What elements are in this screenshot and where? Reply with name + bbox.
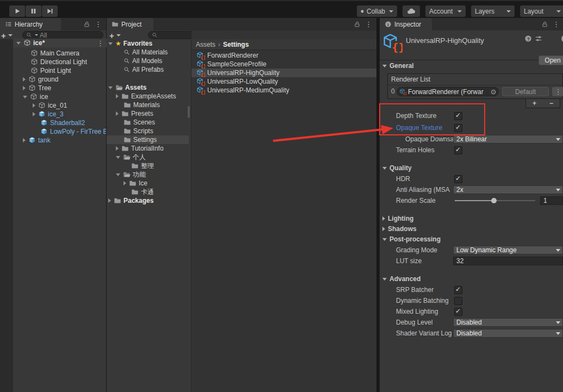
lut-size-field[interactable]: 32 <box>453 257 563 265</box>
foldout-open-icon[interactable] <box>116 173 120 176</box>
dynamic-batching-checkbox[interactable] <box>454 297 462 305</box>
renderer-object-field[interactable]: ForwardRenderer (Forwar <box>397 87 499 96</box>
play-button[interactable] <box>9 5 25 17</box>
kebab-menu-icon[interactable] <box>553 20 560 28</box>
debug-level-dropdown[interactable]: Disabled <box>453 318 563 327</box>
hierarchy-item[interactable]: LowPoly - FirTree B <box>40 127 106 136</box>
foldout-open-icon[interactable] <box>23 96 27 98</box>
tree-folder[interactable]: Ice <box>123 179 189 188</box>
tree-assets-root[interactable]: Assets <box>108 83 189 92</box>
terrain-holes-checkbox[interactable] <box>454 146 462 154</box>
tree-all-prefabs[interactable]: All Prefabs <box>123 65 189 74</box>
presets-sliders-icon[interactable] <box>535 35 542 42</box>
lock-icon[interactable] <box>354 21 361 28</box>
tree-folder[interactable]: 个人 <box>116 153 189 161</box>
cloud-button[interactable] <box>403 5 420 17</box>
foldout-closed-icon[interactable] <box>33 103 35 108</box>
add-element-button[interactable]: + <box>533 99 536 107</box>
layers-dropdown[interactable]: Layers <box>471 5 515 17</box>
asset-file-selected[interactable]: UniversalRP-HighQuality <box>197 69 374 77</box>
srp-batcher-checkbox[interactable] <box>454 286 462 294</box>
foldout-closed-icon[interactable] <box>23 138 26 142</box>
grading-mode-dropdown[interactable]: Low Dynamic Range <box>453 246 563 254</box>
section-advanced[interactable]: Advanced <box>382 275 420 283</box>
remove-element-button[interactable]: − <box>549 99 553 107</box>
foldout-closed-icon[interactable] <box>116 111 119 116</box>
hierarchy-item[interactable]: Point Light <box>30 66 106 75</box>
kebab-menu-icon[interactable] <box>95 20 102 28</box>
mixed-lighting-checkbox[interactable] <box>454 308 462 316</box>
section-quality[interactable]: Quality <box>382 164 412 172</box>
tab-project[interactable]: Project <box>107 18 153 30</box>
foldout-closed-icon[interactable] <box>108 198 111 203</box>
tree-folder-settings[interactable]: Settings <box>123 135 189 144</box>
breadcrumb-current[interactable]: Settings <box>223 41 249 48</box>
hierarchy-item[interactable]: ground <box>23 75 106 84</box>
foldout-open-icon[interactable] <box>16 42 21 45</box>
hierarchy-item[interactable]: ice_01 <box>33 101 106 110</box>
hierarchy-item[interactable]: Directional Light <box>30 58 106 66</box>
hierarchy-item[interactable]: Shaderball2 <box>40 119 106 127</box>
foldout-closed-icon[interactable] <box>116 94 119 98</box>
tab-inspector[interactable]: Inspector <box>380 18 432 30</box>
shader-variant-log-dropdown[interactable]: Disabled <box>453 329 563 338</box>
asset-file[interactable]: ForwardRenderer <box>197 51 374 60</box>
open-button[interactable]: Open <box>539 55 563 65</box>
opaque-downsampling-dropdown[interactable]: 2x Bilinear <box>453 135 563 144</box>
foldout-open-icon[interactable] <box>108 42 113 45</box>
collab-button[interactable]: Collab <box>357 5 397 17</box>
kebab-menu-icon[interactable] <box>365 20 372 28</box>
foldout-closed-icon[interactable] <box>23 86 26 90</box>
tree-packages-root[interactable]: Packages <box>108 196 189 205</box>
tree-folder[interactable]: 卡通 <box>131 188 189 196</box>
foldout-open-icon[interactable] <box>116 156 120 159</box>
asset-file[interactable]: UniversalRP-MediumQuality <box>197 86 374 95</box>
tree-folder[interactable]: Scenes <box>123 118 189 127</box>
asset-file[interactable]: SampleSceneProfile <box>197 60 374 69</box>
tab-hierarchy[interactable]: Hierarchy <box>0 18 61 30</box>
lock-icon[interactable] <box>541 21 548 28</box>
hierarchy-item[interactable]: ice_3 <box>33 110 106 119</box>
layout-dropdown[interactable]: Layout <box>520 5 563 17</box>
section-general[interactable]: General <box>382 61 414 70</box>
object-picker-icon[interactable] <box>491 88 496 96</box>
foldout-closed-icon[interactable] <box>33 112 35 116</box>
tree-folder[interactable]: Materials <box>123 101 189 109</box>
tree-scrollbar-thumb[interactable] <box>188 106 190 118</box>
anti-aliasing-dropdown[interactable]: 2x <box>453 185 563 194</box>
element-kebab-button[interactable] <box>552 87 563 96</box>
step-button[interactable] <box>42 5 58 17</box>
pause-button[interactable] <box>26 5 41 17</box>
scene-kebab-icon[interactable] <box>97 39 104 47</box>
render-scale-slider-thumb[interactable] <box>491 198 497 203</box>
hdr-checkbox[interactable] <box>454 175 462 183</box>
tree-folder[interactable]: ExampleAssets <box>116 92 189 101</box>
hierarchy-item[interactable]: Tree <box>23 84 106 92</box>
section-lighting[interactable]: Lighting <box>382 214 413 223</box>
foldout-closed-icon[interactable] <box>116 146 119 151</box>
tree-folder[interactable]: TutorialInfo <box>116 144 189 153</box>
tree-all-models[interactable]: All Models <box>123 57 189 65</box>
hierarchy-item[interactable]: ice <box>23 92 106 101</box>
account-dropdown[interactable]: Account <box>425 5 466 17</box>
tree-folder[interactable]: 功能 <box>116 170 189 179</box>
lock-icon[interactable] <box>83 21 90 28</box>
help-icon[interactable] <box>524 35 532 42</box>
tree-favorites[interactable]: Favorites <box>108 39 189 48</box>
render-scale-value-field[interactable]: 1 <box>540 196 563 205</box>
foldout-open-icon[interactable] <box>108 86 113 89</box>
breadcrumb-root[interactable]: Assets <box>196 41 215 48</box>
foldout-closed-icon[interactable] <box>23 77 26 82</box>
tree-folder[interactable]: 整理 <box>131 161 189 170</box>
hierarchy-item[interactable]: tank <box>23 136 106 145</box>
tree-folder[interactable]: Presets <box>116 109 189 118</box>
tree-folder[interactable]: Scripts <box>123 127 189 135</box>
foldout-closed-icon[interactable] <box>123 181 126 185</box>
project-create-button[interactable]: + <box>109 31 129 40</box>
section-post-processing[interactable]: Post-processing <box>382 235 441 244</box>
hierarchy-search-input[interactable]: All <box>22 31 103 39</box>
section-shadows[interactable]: Shadows <box>382 225 417 233</box>
hierarchy-item[interactable]: Main Camera <box>30 49 106 58</box>
tree-all-materials[interactable]: All Materials <box>123 48 189 57</box>
default-button[interactable]: Default <box>502 87 549 96</box>
